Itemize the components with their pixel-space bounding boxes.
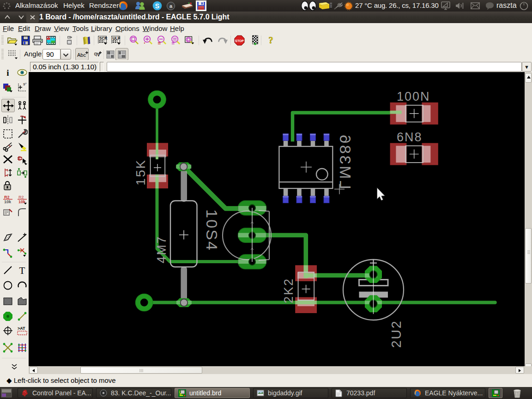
svg-text:>AT: >AT [18,326,25,331]
svg-text:15K: 15K [133,159,148,185]
svg-text:2K2: 2K2 [282,278,296,303]
svg-text:S: S [155,2,159,10]
svg-text:10k: 10k [4,200,12,204]
svg-text:10S4: 10S4 [203,209,221,251]
svg-text:R2: R2 [18,195,24,200]
svg-text:9°: 9° [23,82,27,86]
svg-text:LM386: LM386 [337,133,354,189]
svg-text:6N8: 6N8 [397,130,423,144]
svg-text:STOP: STOP [235,39,244,42]
svg-text:ULP: ULP [113,36,121,41]
svg-text:2U2: 2U2 [389,320,404,348]
svg-text:a: a [169,3,173,9]
svg-text:100N: 100N [397,90,430,103]
svg-text:?: ? [268,35,273,45]
svg-text:T: T [19,265,25,276]
svg-text:i: i [6,68,9,78]
svg-text:R2: R2 [4,195,10,200]
svg-text:Abc: Abc [77,52,86,58]
svg-text:SCR: SCR [99,36,107,41]
svg-text:4M7: 4M7 [155,236,169,263]
